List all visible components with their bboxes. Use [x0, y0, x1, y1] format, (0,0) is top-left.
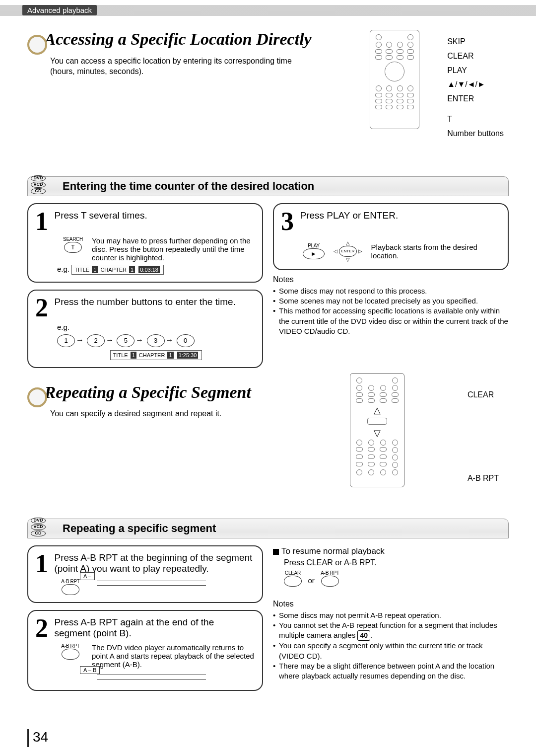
header-tab: Advanced playback [22, 5, 97, 15]
num-button: 2 [87, 334, 105, 347]
num-button: 1 [57, 334, 75, 347]
section-b-title: Repeating a Specific Segment [44, 383, 251, 401]
page-number: 34 [27, 729, 48, 747]
step-b1-head: Press A-B RPT at the beginning of the se… [54, 552, 252, 574]
section-a-title: Accessing a Specific Location Directly [44, 30, 311, 48]
resume-block: To resume normal playback Press CLEAR or… [273, 546, 509, 587]
section-bar-entering-time: DVD VCD CD Entering the time counter of … [27, 176, 509, 196]
ab-bar-ab: A – B [97, 675, 206, 680]
step-1-head: Press T several times. [54, 210, 147, 221]
play-button-icon: ► [303, 248, 325, 259]
section-bar-repeating: DVD VCD CD Repeating a specific segment [27, 519, 509, 538]
remote-labels-1: SKIP CLEAR PLAY ▲/▼/◄/► ENTER T Number b… [447, 35, 504, 141]
step-number-2: 2 [35, 617, 52, 640]
num-button: 5 [117, 334, 134, 347]
section-a-desc: You can access a specific location by en… [50, 56, 318, 77]
page-ref: 40 [357, 630, 370, 641]
osd-1: TITLE 1 CHAPTER 1 0:03:18 [71, 265, 164, 275]
step-2-box: 2 Press the number buttons to enter the … [27, 290, 263, 368]
disc-tags: DVD VCD CD [31, 517, 46, 537]
remote-diagram-2: △ ▽ [350, 373, 404, 487]
search-btn-label: SEARCH [57, 236, 89, 242]
t-button-icon: T [64, 242, 82, 253]
abrpt-button-icon [321, 576, 339, 587]
swirl-icon [27, 35, 47, 55]
step-b1-box: 1 Press A-B RPT at the beginning of the … [27, 545, 263, 603]
step-number-2: 2 [35, 297, 52, 320]
step-1-box: 1 Press T several times. SEARCH T You ma… [27, 203, 263, 283]
abrpt-button-icon [62, 584, 79, 595]
step-b2-box: 2 Press A-B RPT again at the end of the … [27, 610, 263, 691]
step-2-head: Press the number buttons to enter the ti… [54, 297, 235, 307]
remote-diagram-1 [370, 30, 419, 129]
swirl-icon [27, 387, 47, 407]
step-3-result: Playback starts from the desired locatio… [371, 243, 501, 260]
step-number-1: 1 [35, 552, 52, 576]
step-number-3: 3 [281, 210, 298, 233]
nav-pad-icon: △ ◁ ENTER ▷ ▽ [334, 240, 362, 262]
ab-bar-a: A – [97, 581, 206, 586]
remote-labels-2: CLEAR A-B RPT [468, 388, 499, 486]
notes-b: Notes Some discs may not permit A-B repe… [273, 600, 509, 681]
notes-a: Notes Some discs may not respond to this… [273, 275, 509, 336]
step-b2-body: The DVD video player automatically retur… [92, 643, 255, 669]
osd-2: TITLE 1 CHAPTER 1 1:25:30 [110, 350, 202, 360]
step-b2-head: Press A-B RPT again at the end of the se… [54, 617, 252, 639]
step-number-1: 1 [35, 210, 52, 233]
square-bullet-icon [273, 549, 279, 555]
step-3-box: 3 Press PLAY or ENTER. PLAY ► △ ◁ ENTER … [273, 203, 509, 270]
step-3-head: Press PLAY or ENTER. [300, 210, 398, 221]
section-b-desc: You can specify a desired segment and re… [50, 408, 318, 419]
clear-button-icon [284, 576, 302, 587]
abrpt-button-icon [62, 649, 79, 660]
num-button: 3 [147, 334, 165, 347]
num-button: 0 [177, 334, 195, 347]
disc-tags: DVD VCD CD [31, 175, 46, 195]
step-1-body: You may have to press further depending … [92, 236, 255, 262]
section-a-header: Accessing a Specific Location Directly Y… [27, 30, 509, 77]
